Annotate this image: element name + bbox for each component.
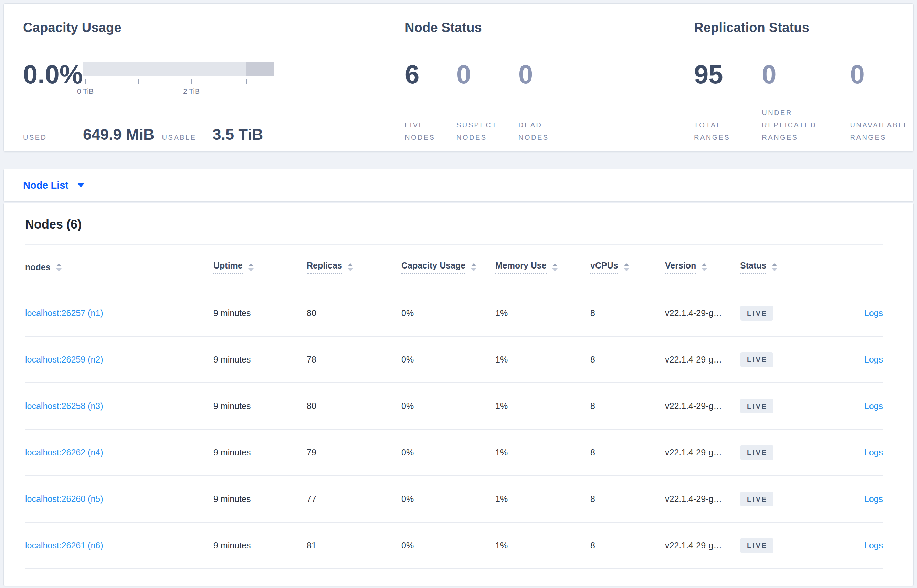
column-header[interactable]: Memory Use bbox=[495, 261, 590, 274]
memory-use-cell: 1% bbox=[495, 494, 590, 504]
column-header-label: Memory Use bbox=[495, 261, 547, 274]
status-badge: LIVE bbox=[740, 492, 773, 506]
sort-icon[interactable] bbox=[702, 263, 707, 271]
uptime-cell: 9 minutes bbox=[213, 494, 307, 504]
usable-value: 3.5 TiB bbox=[213, 126, 263, 144]
column-header[interactable]: Version bbox=[665, 261, 740, 274]
used-value: 649.9 MiB bbox=[83, 126, 155, 144]
vcpus-cell: 8 bbox=[590, 494, 665, 504]
column-header-label: Capacity Usage bbox=[401, 261, 465, 274]
replicas-cell: 81 bbox=[307, 541, 401, 551]
memory-use-cell: 1% bbox=[495, 355, 590, 365]
node-link[interactable]: localhost:26260 (n5) bbox=[25, 494, 103, 504]
replicas-cell: 77 bbox=[307, 494, 401, 504]
sort-icon[interactable] bbox=[552, 263, 558, 271]
node-link[interactable]: localhost:26262 (n4) bbox=[25, 447, 103, 457]
memory-use-cell: 1% bbox=[495, 541, 590, 551]
sort-icon[interactable] bbox=[471, 263, 476, 271]
column-header[interactable]: nodes bbox=[25, 262, 213, 272]
capacity-usage-cell: 0% bbox=[401, 494, 495, 504]
version-cell: v22.1.4-29-g… bbox=[665, 494, 740, 504]
node-link[interactable]: localhost:26259 (n2) bbox=[25, 355, 103, 364]
vcpus-cell: 8 bbox=[590, 447, 665, 457]
node-status-title: Node Status bbox=[405, 19, 691, 36]
node-status-stats: 6 LIVE NODES 0 SUSPECT NODES 0 DEAD NODE… bbox=[405, 61, 691, 144]
replicas-cell: 78 bbox=[307, 355, 401, 365]
stat-value: 0 bbox=[518, 61, 562, 88]
table-row: localhost:26258 (n3) 9 minutes 80 0% 1% … bbox=[25, 383, 883, 430]
stat-label: DEAD NODES bbox=[518, 119, 562, 144]
capacity-usage-section: Capacity Usage 0.0% 0 TiB 2 TiB USED 649… bbox=[4, 4, 405, 152]
sort-icon[interactable] bbox=[348, 263, 353, 271]
node-link[interactable]: localhost:26258 (n3) bbox=[25, 401, 103, 411]
capacity-gauge-reserved-segment bbox=[246, 62, 274, 76]
replicas-cell: 80 bbox=[307, 308, 401, 318]
version-cell: v22.1.4-29-g… bbox=[665, 308, 740, 318]
nodes-table-header: nodes Uptime Replicas Capacity Usage Mem… bbox=[25, 244, 883, 290]
column-header[interactable]: Status bbox=[740, 261, 809, 274]
sort-icon[interactable] bbox=[772, 263, 777, 271]
vcpus-cell: 8 bbox=[590, 541, 665, 551]
replicas-cell: 79 bbox=[307, 447, 401, 457]
column-header-label: Replicas bbox=[307, 261, 342, 274]
column-header[interactable]: Replicas bbox=[307, 261, 401, 274]
version-cell: v22.1.4-29-g… bbox=[665, 401, 740, 411]
replication-stat: 0 UNAVAILABLE RANGES bbox=[850, 61, 913, 144]
stat-label: SUSPECT NODES bbox=[457, 119, 499, 144]
replication-stat: 95 TOTAL RANGES bbox=[694, 61, 762, 144]
column-header-label: Status bbox=[740, 261, 766, 274]
used-label: USED bbox=[23, 134, 83, 142]
uptime-cell: 9 minutes bbox=[213, 308, 307, 318]
stat-value: 0 bbox=[457, 61, 518, 88]
table-row: localhost:26261 (n6) 9 minutes 81 0% 1% … bbox=[25, 523, 883, 569]
stat-label: LIVE NODES bbox=[405, 119, 448, 144]
logs-link[interactable]: Logs bbox=[864, 401, 883, 411]
vcpus-cell: 8 bbox=[590, 308, 665, 318]
node-list-dropdown[interactable]: Node List bbox=[23, 180, 84, 191]
table-row: localhost:26262 (n4) 9 minutes 79 0% 1% … bbox=[25, 430, 883, 476]
capacity-usage-cell: 0% bbox=[401, 447, 495, 457]
node-status-stat: 0 SUSPECT NODES bbox=[457, 61, 518, 144]
stat-label: UNDER-REPLICATED RANGES bbox=[762, 107, 826, 144]
stat-value: 0 bbox=[850, 61, 913, 88]
gauge-tick-label-0: 0 TiB bbox=[77, 87, 94, 95]
stat-label: UNAVAILABLE RANGES bbox=[850, 119, 913, 144]
vcpus-cell: 8 bbox=[590, 355, 665, 365]
status-badge: LIVE bbox=[740, 399, 773, 414]
node-link[interactable]: localhost:26261 (n6) bbox=[25, 541, 103, 550]
column-header[interactable]: Uptime bbox=[213, 261, 307, 274]
status-badge: LIVE bbox=[740, 538, 773, 553]
uptime-cell: 9 minutes bbox=[213, 447, 307, 457]
stat-value: 95 bbox=[694, 61, 762, 88]
nodes-table-title: Nodes (6) bbox=[25, 217, 883, 232]
sort-icon[interactable] bbox=[248, 263, 254, 271]
logs-link[interactable]: Logs bbox=[864, 541, 883, 550]
capacity-usage-cell: 0% bbox=[401, 401, 495, 411]
sort-icon[interactable] bbox=[56, 263, 61, 271]
status-badge: LIVE bbox=[740, 352, 773, 367]
logs-link[interactable]: Logs bbox=[864, 447, 883, 457]
replication-status-section: Replication Status 95 TOTAL RANGES 0 UND… bbox=[691, 4, 913, 152]
capacity-usage-title: Capacity Usage bbox=[23, 19, 405, 36]
replicas-cell: 80 bbox=[307, 401, 401, 411]
sort-icon[interactable] bbox=[624, 263, 629, 271]
capacity-usage-cell: 0% bbox=[401, 308, 495, 318]
memory-use-cell: 1% bbox=[495, 308, 590, 318]
capacity-usage-cell: 0% bbox=[401, 355, 495, 365]
logs-link[interactable]: Logs bbox=[864, 355, 883, 364]
caret-down-icon bbox=[77, 183, 84, 187]
memory-use-cell: 1% bbox=[495, 447, 590, 457]
node-link[interactable]: localhost:26257 (n1) bbox=[25, 308, 103, 318]
logs-link[interactable]: Logs bbox=[864, 308, 883, 318]
column-header[interactable]: vCPUs bbox=[590, 261, 665, 274]
logs-link[interactable]: Logs bbox=[864, 494, 883, 504]
nodes-table-body: localhost:26257 (n1) 9 minutes 80 0% 1% … bbox=[25, 290, 883, 569]
column-header[interactable]: Capacity Usage bbox=[401, 261, 495, 274]
table-row: localhost:26257 (n1) 9 minutes 80 0% 1% … bbox=[25, 290, 883, 337]
memory-use-cell: 1% bbox=[495, 401, 590, 411]
stat-label: TOTAL RANGES bbox=[694, 119, 758, 144]
replication-status-stats: 95 TOTAL RANGES 0 UNDER-REPLICATED RANGE… bbox=[694, 61, 913, 144]
version-cell: v22.1.4-29-g… bbox=[665, 541, 740, 551]
replication-stat: 0 UNDER-REPLICATED RANGES bbox=[762, 61, 850, 144]
capacity-gauge-track bbox=[83, 62, 274, 76]
